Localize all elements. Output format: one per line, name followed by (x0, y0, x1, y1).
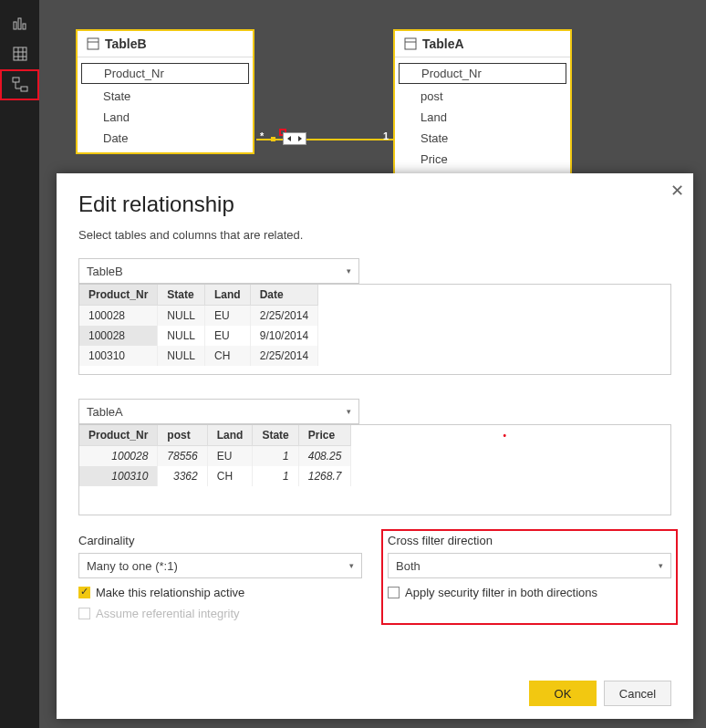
svg-rect-14 (405, 38, 416, 49)
referential-integrity-checkbox: Assume referential integrity (78, 607, 362, 620)
col-header[interactable]: Date (250, 285, 317, 306)
col-header[interactable]: Product_Nr (79, 425, 158, 446)
chevron-down-icon: ▾ (347, 266, 351, 276)
svg-rect-3 (14, 47, 26, 60)
svg-rect-2 (23, 24, 26, 29)
table-row: 10002878556EU1408.25 (79, 446, 351, 467)
svg-rect-8 (13, 78, 19, 82)
svg-rect-9 (21, 87, 27, 91)
dialog-title: Edit relationship (78, 192, 671, 217)
col-header[interactable]: State (158, 285, 205, 306)
data-view-button[interactable] (0, 38, 39, 69)
cardinality-one-label: 1 (383, 130, 389, 141)
chevron-down-icon: ▾ (659, 561, 663, 570)
field-product-nr[interactable]: Product_Nr (81, 63, 249, 84)
crossfilter-direction-indicator[interactable] (283, 132, 306, 145)
edit-relationship-dialog: ✕ Edit relationship Select tables and co… (57, 173, 693, 719)
crossfilter-label: Cross filter direction (388, 534, 671, 547)
field-post[interactable]: post (395, 86, 570, 107)
col-header[interactable]: Product_Nr (79, 285, 158, 306)
table-row: 100028NULLEU9/10/2014 (79, 326, 318, 346)
report-view-button[interactable] (0, 7, 39, 38)
col-header[interactable]: State (253, 425, 298, 446)
table-icon (404, 37, 417, 50)
table-row: 1003103362CH11268.7 (79, 466, 351, 486)
table-card-title: TableA (422, 36, 464, 51)
from-table-dropdown[interactable]: TableB▾ (78, 258, 359, 284)
crossfilter-dropdown[interactable]: Both▾ (388, 553, 671, 578)
bidirectional-arrow-icon (286, 135, 303, 142)
table-card-header: TableA (395, 31, 570, 57)
dialog-subtitle: Select tables and columns that are relat… (78, 228, 671, 242)
ok-button[interactable]: OK (529, 681, 597, 706)
col-header[interactable]: Price (298, 425, 351, 446)
svg-rect-12 (88, 38, 99, 49)
col-header[interactable]: Land (205, 285, 251, 306)
chevron-down-icon: ▾ (347, 407, 351, 416)
cardinality-label: Cardinality (78, 534, 362, 547)
svg-rect-0 (14, 22, 16, 29)
chevron-down-icon: ▾ (349, 561, 354, 570)
table-icon (87, 37, 99, 50)
field-product-nr[interactable]: Product_Nr (399, 63, 566, 84)
field-land[interactable]: Land (395, 107, 570, 128)
col-header[interactable]: post (158, 425, 207, 446)
svg-rect-1 (18, 18, 21, 29)
field-state[interactable]: State (78, 86, 253, 107)
relationship-line[interactable] (256, 139, 393, 140)
from-table-preview: Product_Nr State Land Date 100028NULLEU2… (78, 284, 671, 375)
to-table-dropdown[interactable]: TableA▾ (78, 399, 359, 424)
cancel-button[interactable]: Cancel (604, 681, 671, 706)
cardinality-many-label: * (260, 130, 264, 141)
col-header[interactable]: Land (207, 425, 253, 446)
crossfilter-direction-highlight (279, 129, 286, 136)
checkbox-icon (78, 587, 90, 598)
field-land[interactable]: Land (78, 107, 253, 128)
make-active-checkbox[interactable]: Make this relationship active (78, 586, 362, 599)
table-card-header: TableB (78, 31, 253, 57)
warning-marker-icon: • (503, 431, 506, 441)
close-icon[interactable]: ✕ (670, 181, 684, 201)
checkbox-icon (78, 608, 90, 619)
security-filter-checkbox[interactable]: Apply security filter in both directions (388, 586, 671, 599)
field-date[interactable]: Date (78, 128, 253, 149)
left-views-toolbar (0, 0, 39, 728)
table-card-tableb[interactable]: TableB Product_Nr State Land Date (76, 29, 254, 154)
to-table-preview: • Product_Nr post Land State Price 10002… (78, 424, 671, 515)
field-state[interactable]: State (395, 128, 570, 149)
cardinality-dropdown[interactable]: Many to one (*:1)▾ (78, 553, 362, 578)
table-row: 100028NULLEU2/25/2014 (79, 306, 318, 327)
relationship-endpoint (271, 137, 275, 141)
table-row: 100310NULLCH2/25/2014 (79, 346, 318, 366)
table-card-title: TableB (105, 36, 147, 51)
table-card-tablea[interactable]: TableA Product_Nr post Land State Price (393, 29, 572, 175)
checkbox-icon (388, 587, 400, 598)
field-price[interactable]: Price (395, 149, 570, 170)
model-view-button[interactable] (0, 69, 39, 100)
